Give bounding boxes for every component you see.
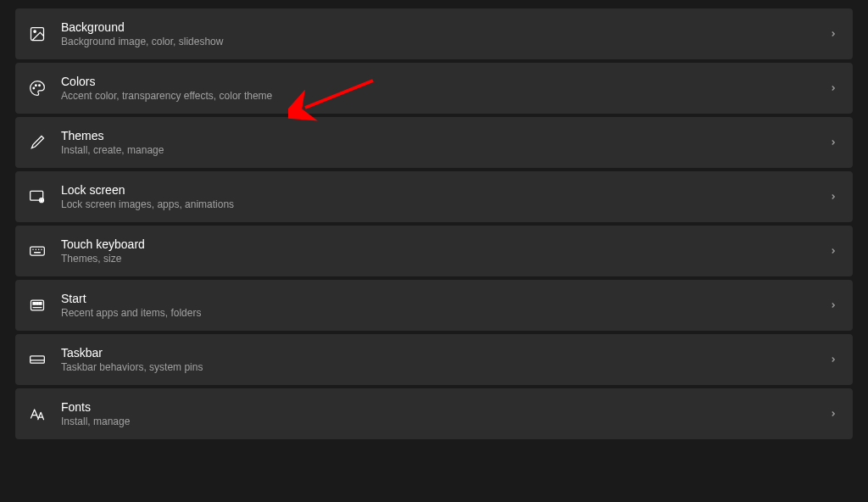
- paintbrush-icon: [29, 134, 46, 151]
- svg-rect-7: [41, 199, 43, 201]
- chevron-right-icon: [827, 28, 839, 40]
- chevron-right-icon: [827, 137, 839, 148]
- item-title: Fonts: [61, 400, 812, 414]
- settings-item-background[interactable]: Background Background image, color, slid…: [15, 8, 853, 59]
- item-text: Start Recent apps and items, folders: [61, 292, 812, 319]
- item-text: Lock screen Lock screen images, apps, an…: [61, 183, 812, 210]
- svg-point-2: [33, 87, 35, 89]
- lock-screen-icon: [29, 188, 46, 205]
- item-subtitle: Background image, color, slideshow: [61, 36, 812, 47]
- item-title: Themes: [61, 129, 812, 142]
- palette-icon: [29, 80, 46, 97]
- svg-point-1: [34, 31, 36, 33]
- settings-item-lockscreen[interactable]: Lock screen Lock screen images, apps, an…: [15, 171, 853, 222]
- item-subtitle: Lock screen images, apps, animations: [61, 198, 812, 210]
- item-subtitle: Themes, size: [61, 253, 812, 265]
- chevron-right-icon: [827, 245, 839, 257]
- chevron-right-icon: [827, 299, 839, 311]
- svg-rect-11: [36, 303, 39, 305]
- taskbar-icon: [29, 351, 46, 368]
- personalization-settings-list: Background Background image, color, slid…: [15, 8, 853, 439]
- item-text: Fonts Install, manage: [61, 400, 812, 427]
- svg-rect-10: [33, 303, 36, 305]
- item-text: Touch keyboard Themes, size: [61, 237, 812, 265]
- svg-point-4: [39, 85, 41, 86]
- item-title: Colors: [61, 75, 812, 88]
- item-text: Background Background image, color, slid…: [61, 20, 812, 47]
- chevron-right-icon: [827, 191, 839, 203]
- settings-item-taskbar[interactable]: Taskbar Taskbar behaviors, system pins: [15, 334, 853, 385]
- svg-rect-13: [31, 356, 45, 363]
- keyboard-icon: [29, 243, 46, 259]
- item-title: Lock screen: [61, 183, 812, 197]
- chevron-right-icon: [827, 408, 839, 420]
- svg-rect-8: [31, 247, 45, 255]
- settings-item-colors[interactable]: Colors Accent color, transparency effect…: [15, 63, 853, 114]
- item-subtitle: Taskbar behaviors, system pins: [61, 361, 812, 373]
- image-icon: [29, 25, 46, 42]
- item-subtitle: Accent color, transparency effects, colo…: [61, 90, 812, 102]
- item-title: Touch keyboard: [61, 237, 812, 251]
- settings-item-start[interactable]: Start Recent apps and items, folders: [15, 280, 853, 331]
- start-menu-icon: [29, 297, 46, 314]
- svg-rect-9: [31, 300, 44, 310]
- item-title: Background: [61, 20, 812, 34]
- item-subtitle: Recent apps and items, folders: [61, 307, 812, 319]
- svg-point-3: [36, 85, 37, 86]
- svg-rect-12: [40, 303, 42, 305]
- settings-item-fonts[interactable]: Fonts Install, manage: [15, 388, 853, 439]
- settings-item-themes[interactable]: Themes Install, create, manage: [15, 117, 853, 168]
- chevron-right-icon: [827, 354, 839, 365]
- item-subtitle: Install, create, manage: [61, 144, 812, 156]
- item-text: Themes Install, create, manage: [61, 129, 812, 156]
- fonts-icon: [29, 405, 46, 422]
- item-title: Start: [61, 292, 812, 305]
- chevron-right-icon: [827, 82, 839, 94]
- item-title: Taskbar: [61, 346, 812, 360]
- settings-item-touchkeyboard[interactable]: Touch keyboard Themes, size: [15, 226, 853, 276]
- item-subtitle: Install, manage: [61, 416, 812, 427]
- item-text: Taskbar Taskbar behaviors, system pins: [61, 346, 812, 373]
- item-text: Colors Accent color, transparency effect…: [61, 75, 812, 102]
